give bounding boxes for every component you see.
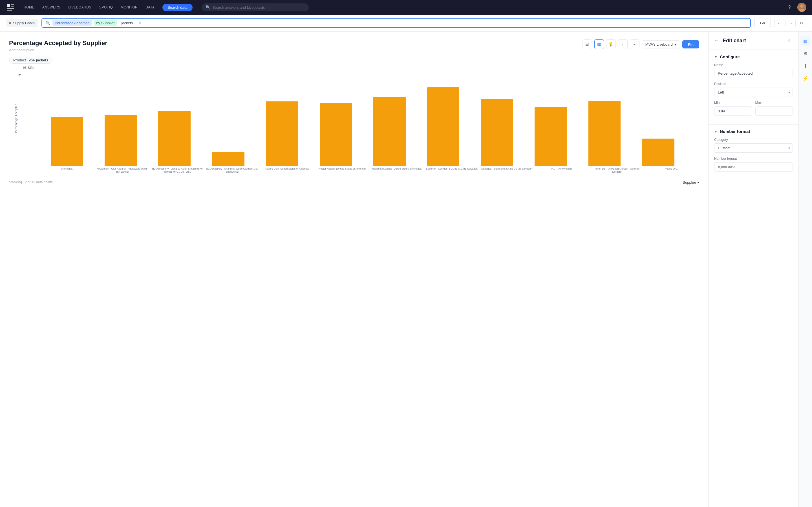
nav-liveboards[interactable]: LIVEBOARDS [67,4,93,11]
x-axis-label: Nester Hosiery (United States of America… [315,166,370,173]
refresh-button[interactable]: ↺ [797,19,806,27]
nav-data[interactable]: DATA [144,4,156,11]
max-input[interactable] [755,107,793,116]
x-axis-label: Novalink (Cutting) (United States of Ame… [370,166,424,173]
search-data-button[interactable]: Search data [162,4,192,11]
bar-group[interactable] [94,70,148,166]
nav-answers[interactable]: ANSWERS [41,4,61,11]
panel-close-button[interactable]: × [785,37,793,45]
bar[interactable] [51,117,83,166]
number-format-header[interactable]: ▼ Number format [714,129,793,134]
bar-group[interactable] [147,70,201,166]
configure-chevron-icon: ▼ [714,55,718,59]
y-expand-arrow[interactable]: ▶ [18,73,21,76]
search-chip-supplier[interactable]: by Supplier [94,20,117,25]
chevron-down-icon: ▾ [697,180,699,184]
chart-icon: ▦ [803,39,808,44]
global-search[interactable]: 🔍 [202,3,309,11]
bar[interactable] [158,111,190,166]
y-axis-label: Percentage Accepted [14,101,18,135]
bar-view-button[interactable]: ▦ [594,40,604,49]
gear-icon: ⚙ [804,51,808,56]
name-form-group: Name [714,63,793,78]
sidebar-chart-button[interactable]: ▦ [801,36,811,46]
min-input[interactable] [714,107,752,116]
edit-chart-panel: ← Edit chart × ▼ Configure Name Position… [708,32,799,507]
bar-group[interactable] [363,70,416,166]
nav-monitor[interactable]: MONITOR [119,4,139,11]
forward-button[interactable]: → [785,19,796,27]
bar-group[interactable] [255,70,309,166]
back-button[interactable]: ← [774,19,784,27]
sidebar-info-button[interactable]: ℹ [801,61,811,71]
pin-button[interactable]: Pin [682,40,699,48]
chart-title-group: Percentage Accepted by Supplier Add desc… [9,40,107,52]
bar-group[interactable] [524,70,578,166]
search-input-area[interactable]: 🔍 Percentage Accepted by Supplier jacket… [42,18,751,28]
bar[interactable] [642,138,674,166]
bar-group[interactable] [201,70,255,166]
chart-header: Percentage Accepted by Supplier Add desc… [9,40,699,52]
more-options-button[interactable]: ⋯ [630,40,640,49]
bar-group[interactable] [416,70,470,166]
bar[interactable] [105,115,137,166]
liveboard-label: MVA's Liveboard [645,42,673,47]
liveboard-select[interactable]: MVA's Liveboard ▾ [642,40,680,48]
search-chip-jackets[interactable]: jackets [119,20,135,25]
help-button[interactable]: ? [785,3,794,12]
number-format-input[interactable] [714,162,793,172]
sidebar-lightning-button[interactable]: ⚡ [801,73,811,83]
main-content: Percentage Accepted by Supplier Add desc… [0,32,812,507]
bar-group[interactable] [631,70,685,166]
chart-description[interactable]: Add description [9,48,107,52]
nav-spotiq[interactable]: SPOTIQ [98,4,114,11]
bar-group[interactable] [309,70,363,166]
table-view-button[interactable]: ⊞ [582,40,592,49]
search-clear-button[interactable]: × [137,20,142,25]
bar[interactable] [427,87,459,166]
filter-chips: Product Type jackets [9,57,699,64]
position-select[interactable]: Left Right [714,88,793,97]
name-label: Name [714,63,793,67]
avatar[interactable] [797,3,806,12]
app-logo[interactable] [6,2,16,12]
bar[interactable] [320,103,352,166]
panel-title: Edit chart [723,38,781,44]
go-button[interactable]: Go [754,18,771,27]
bar[interactable] [212,152,244,166]
bar-group[interactable] [40,70,94,166]
chevron-down-icon: ▾ [674,42,676,47]
min-max-row: Min Max [714,101,793,120]
sidebar-settings-button[interactable]: ⚙ [801,48,811,59]
filter-chip-product-type[interactable]: Product Type jackets [9,57,52,64]
bar[interactable] [373,97,405,166]
lightning-icon: ⚡ [803,76,808,81]
nav-arrow-buttons: ← → ↺ [774,19,806,27]
search-input[interactable] [213,5,305,10]
panel-back-button[interactable]: ← [714,38,719,44]
bar[interactable] [266,101,298,166]
x-axis-label: NC Accessory - Shanghai Weijie Garment C… [205,166,260,173]
bar[interactable] [535,107,567,166]
insights-button[interactable]: 💡 [606,40,616,49]
chart-footer: Showing 12 of 12 data points Supplier ▾ [9,180,699,184]
configure-section-header[interactable]: ▼ Configure [714,54,793,59]
search-chip-percentage[interactable]: Percentage Accepted [52,20,92,25]
supplier-axis-label[interactable]: Supplier ▾ [682,180,699,184]
table-icon: ⊞ [585,42,589,47]
category-select-wrap: Auto Number Percentage Currency Custom ▾ [714,144,793,153]
share-button[interactable]: ↑ [618,40,627,49]
nav-home[interactable]: HOME [22,4,36,11]
category-select[interactable]: Auto Number Percentage Currency Custom [714,144,793,153]
bar-group[interactable] [578,70,631,166]
datasource-badge[interactable]: ≡ Supply Chain [6,19,38,27]
name-input[interactable] [714,69,793,78]
position-label: Position [714,82,793,86]
chart-max-label: 98.82% [23,66,699,69]
bar-group[interactable] [470,70,524,166]
bar[interactable] [481,99,513,166]
svg-rect-2 [11,4,14,5]
bar[interactable] [589,101,620,166]
search-icon-small: 🔍 [45,21,50,25]
x-axis-label: Nature USA (United States of America) [260,166,315,173]
